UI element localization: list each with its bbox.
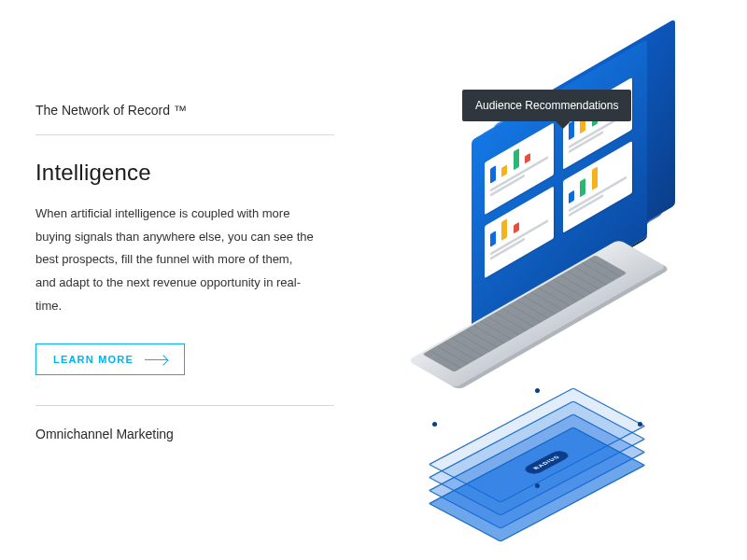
illustration-tooltip: Audience Recommendations bbox=[462, 90, 631, 121]
arrow-right-icon bbox=[145, 359, 167, 361]
section-body: When artificial intelligence is coupled … bbox=[35, 203, 316, 317]
learn-more-button[interactable]: LEARN MORE bbox=[35, 343, 185, 375]
tab-omnichannel-marketing[interactable]: Omnichannel Marketing bbox=[35, 427, 334, 441]
data-layers-icon: RADIUS bbox=[434, 394, 640, 497]
tab-network-of-record[interactable]: The Network of Record ™ bbox=[35, 103, 334, 135]
learn-more-label: LEARN MORE bbox=[53, 354, 134, 365]
section-heading: Intelligence bbox=[35, 160, 334, 186]
hero-illustration: Audience Recommendations bbox=[378, 56, 724, 495]
